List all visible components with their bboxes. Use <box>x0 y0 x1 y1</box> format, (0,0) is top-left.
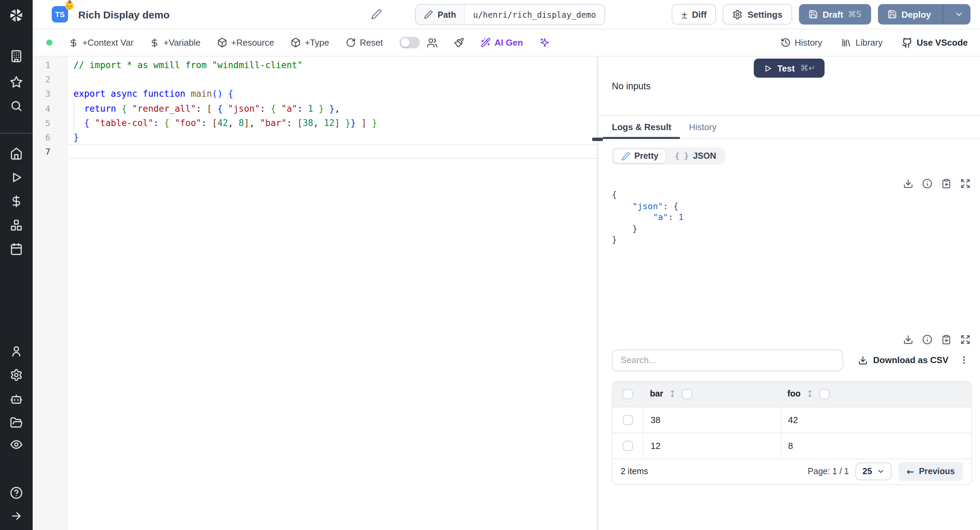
runs-play-icon[interactable] <box>10 171 23 184</box>
add-type-button[interactable]: +Type <box>291 37 329 48</box>
tab-history[interactable]: History <box>680 116 725 138</box>
variables-dollar-icon[interactable] <box>10 195 23 208</box>
code-line[interactable]: return { "render_all": [ { "json": { "a"… <box>68 101 597 115</box>
code-line[interactable] <box>68 144 597 159</box>
add-resource-button[interactable]: +Resource <box>217 37 274 48</box>
pen-icon <box>621 152 630 160</box>
add-context-var-button[interactable]: +Context Var <box>69 37 134 48</box>
search-icon[interactable] <box>10 99 23 112</box>
download-icon[interactable] <box>903 334 913 344</box>
code-line[interactable] <box>68 72 597 86</box>
workers-robot-icon[interactable] <box>10 393 23 405</box>
cell-bar: 12 <box>643 433 781 458</box>
download-csv-button[interactable]: Download as CSV <box>858 355 948 365</box>
code-line[interactable]: } <box>68 130 597 144</box>
draft-button[interactable]: Draft ⌘S <box>799 4 871 24</box>
expand-icon[interactable] <box>960 334 970 344</box>
paintbrush-icon <box>453 37 464 48</box>
column-header-bar[interactable]: bar <box>650 389 663 399</box>
ai-gen-button[interactable]: AI Gen <box>480 37 523 48</box>
add-variable-button[interactable]: +Variable <box>150 37 201 48</box>
schedules-calendar-icon[interactable] <box>10 243 23 255</box>
eye-icon[interactable] <box>10 438 23 451</box>
select-all-checkbox[interactable] <box>623 389 633 399</box>
sort-icon[interactable] <box>806 390 814 398</box>
path-label: Path <box>438 10 456 19</box>
package-icon <box>291 37 301 48</box>
deploy-split-divider <box>943 5 943 24</box>
path-pencil-icon <box>424 10 433 19</box>
windmill-logo[interactable] <box>7 6 25 24</box>
header-actions: ± Diff Settings Draft ⌘S <box>672 4 970 24</box>
arrow-left-icon: ← <box>907 466 914 477</box>
building-icon[interactable] <box>10 50 23 63</box>
format-brush-button[interactable] <box>453 37 464 48</box>
home-icon[interactable] <box>10 147 23 160</box>
settings-button[interactable]: Settings <box>723 4 792 24</box>
column-checkbox[interactable] <box>820 389 830 399</box>
table-row[interactable]: 38 42 <box>612 406 971 432</box>
user-icon[interactable] <box>10 345 23 358</box>
table-row[interactable]: 12 8 <box>612 432 971 458</box>
collapse-arrow-right-icon[interactable] <box>10 509 23 522</box>
star-icon[interactable] <box>10 76 23 89</box>
view-json-option[interactable]: { } JSON <box>667 148 724 163</box>
cell-foo: 8 <box>781 433 971 458</box>
info-icon[interactable] <box>922 334 932 344</box>
editor-code[interactable]: // import * as wmill from "windmill-clie… <box>68 57 597 530</box>
items-count: 2 items <box>620 467 648 476</box>
dollar-icon <box>150 38 159 47</box>
settings-gear-icon[interactable] <box>10 369 23 382</box>
code-line[interactable]: // import * as wmill from "windmill-clie… <box>68 58 597 72</box>
page-title: Rich Display demo <box>78 8 169 20</box>
help-circle-icon[interactable] <box>10 486 23 499</box>
code-line[interactable]: export async function main() { <box>68 87 597 101</box>
chevron-down-icon <box>954 10 964 19</box>
download-icon[interactable] <box>903 179 913 189</box>
column-checkbox[interactable] <box>682 389 692 399</box>
reset-button[interactable]: Reset <box>345 37 383 48</box>
table-toolbar: Download as CSV <box>612 349 972 371</box>
search-input[interactable] <box>612 349 843 371</box>
library-icon <box>841 37 851 48</box>
settings-button-label: Settings <box>748 9 783 19</box>
status-dot <box>46 40 52 46</box>
copy-clipboard-icon[interactable] <box>941 179 951 189</box>
view-pretty-option[interactable]: Pretty <box>613 148 667 163</box>
deploy-dropdown-toggle[interactable] <box>948 10 970 19</box>
previous-page-button[interactable]: ← Previous <box>899 462 963 481</box>
test-button[interactable]: Test ⌘↵ <box>753 59 825 78</box>
diff-button[interactable]: ± Diff <box>672 4 716 24</box>
library-button[interactable]: Library <box>841 37 883 48</box>
column-header-foo[interactable]: foo <box>788 389 801 399</box>
page-size-select[interactable]: 25 <box>856 463 892 480</box>
save-icon <box>808 10 818 19</box>
expand-icon[interactable] <box>960 179 970 189</box>
deploy-button[interactable]: Deploy <box>878 4 970 24</box>
vscode-github-icon <box>902 37 913 48</box>
row-checkbox[interactable] <box>623 415 633 425</box>
row-checkbox[interactable] <box>623 441 633 451</box>
table-menu-kebab-icon[interactable] <box>959 355 969 365</box>
code-editor[interactable]: 1234567 // import * as wmill from "windm… <box>33 57 597 530</box>
resources-boxes-icon[interactable] <box>10 219 23 231</box>
use-vscode-button[interactable]: Use VScode <box>902 37 968 48</box>
result-table: bar foo 38 42 <box>612 380 972 485</box>
ai-sparkles-button[interactable] <box>539 37 550 48</box>
multiplayer-toggle[interactable] <box>399 37 420 48</box>
copy-clipboard-icon[interactable] <box>941 334 951 344</box>
result-actions <box>612 179 970 189</box>
add-resource-label: +Resource <box>231 37 274 48</box>
splitter-drag-handle[interactable] <box>592 137 603 141</box>
line-number: 3 <box>33 87 50 101</box>
folder-open-icon[interactable] <box>10 416 23 429</box>
code-line[interactable]: { "table-col": { "foo": [42, 8], "bar": … <box>68 116 597 130</box>
history-button[interactable]: History <box>780 37 822 48</box>
tab-logs-and-result[interactable]: Logs & Result <box>603 116 680 138</box>
sort-icon[interactable] <box>669 390 677 398</box>
edit-summary-pencil-icon[interactable] <box>371 9 382 20</box>
editor-gutter: 1234567 <box>33 57 68 530</box>
info-icon[interactable] <box>922 179 932 189</box>
table-header: bar foo <box>612 381 971 406</box>
path-button[interactable]: Path u/henri/rich_display_demo <box>415 4 605 25</box>
